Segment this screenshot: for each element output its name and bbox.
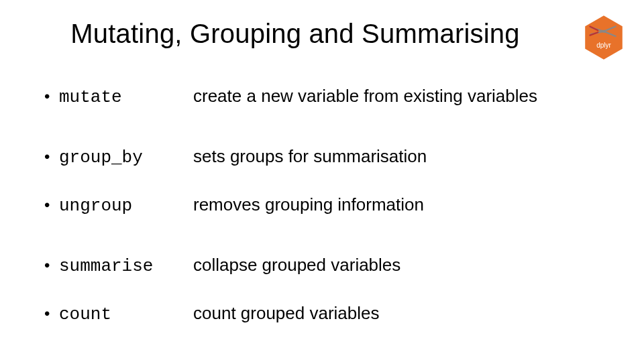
description: collapse grouped variables (193, 255, 604, 276)
term: count (59, 304, 193, 324)
list-item: • count count grouped variables (40, 303, 604, 324)
logo-label: dplyr (584, 42, 624, 49)
term: group_by (59, 147, 193, 168)
slide: Mutating, Grouping and Summarising dplyr… (0, 0, 644, 362)
bullet-icon: • (40, 257, 59, 274)
description: sets groups for summarisation (193, 146, 604, 167)
term: mutate (59, 87, 193, 107)
function-list: • mutate create a new variable from exis… (40, 86, 604, 324)
description: count grouped variables (193, 303, 604, 324)
svg-point-1 (602, 30, 605, 33)
bullet-icon: • (40, 149, 59, 165)
description: create a new variable from existing vari… (193, 86, 604, 107)
bullet-icon: • (40, 88, 59, 105)
term: ungroup (59, 196, 193, 216)
list-item: • ungroup removes grouping information (40, 194, 604, 216)
description: removes grouping information (193, 194, 604, 215)
bullet-icon: • (40, 197, 59, 213)
bullet-icon: • (40, 306, 59, 322)
list-item: • mutate create a new variable from exis… (40, 86, 604, 107)
pliers-icon (589, 23, 619, 39)
term: summarise (59, 256, 193, 276)
slide-title: Mutating, Grouping and Summarising (67, 19, 523, 49)
list-item: • group_by sets groups for summarisation (40, 146, 604, 168)
list-item: • summarise collapse grouped variables (40, 255, 604, 276)
